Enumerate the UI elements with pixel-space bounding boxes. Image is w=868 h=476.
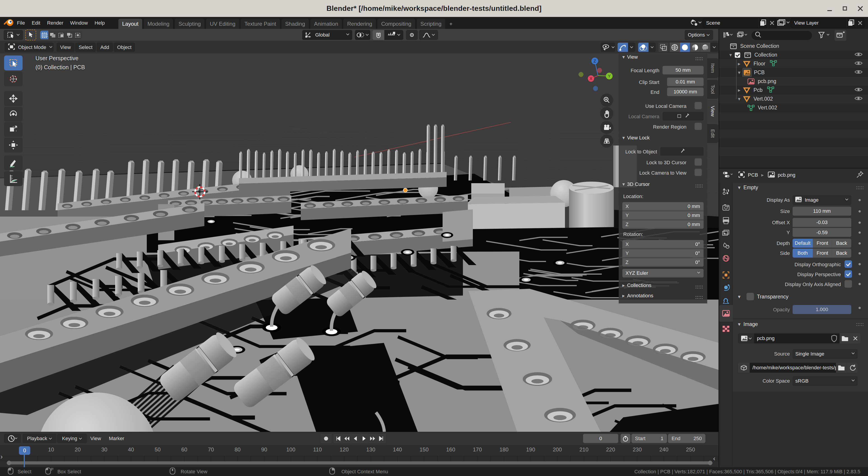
svg-text:Z: Z xyxy=(593,59,596,63)
svg-text:X: X xyxy=(590,76,592,81)
svg-text:Y: Y xyxy=(608,74,611,78)
